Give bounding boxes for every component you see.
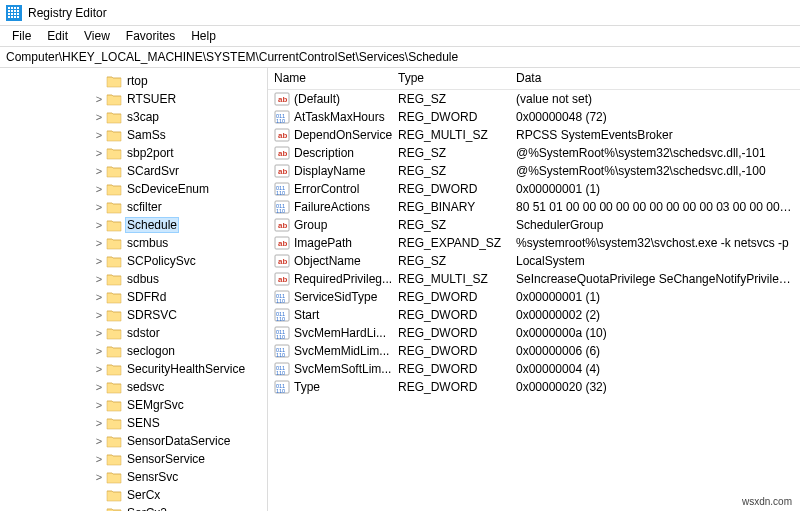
value-data: (value not set) <box>510 92 800 106</box>
value-name-cell: (Default) <box>268 91 392 107</box>
tree-item[interactable]: >RTSUER <box>0 90 267 108</box>
value-data: 0x00000001 (1) <box>510 182 800 196</box>
folder-icon <box>106 488 122 502</box>
tree-item[interactable]: SerCx <box>0 486 267 504</box>
folder-icon <box>106 308 122 322</box>
value-type: REG_SZ <box>392 218 510 232</box>
list-row[interactable]: SvcMemHardLi...REG_DWORD0x0000000a (10) <box>268 324 800 342</box>
expander-icon[interactable]: > <box>92 237 106 249</box>
expander-icon[interactable]: > <box>92 417 106 429</box>
expander-icon[interactable]: > <box>92 129 106 141</box>
menu-edit[interactable]: Edit <box>39 28 76 44</box>
folder-icon <box>106 506 122 511</box>
list-row[interactable]: StartREG_DWORD0x00000002 (2) <box>268 306 800 324</box>
tree-item[interactable]: >SDRSVC <box>0 306 267 324</box>
folder-icon <box>106 272 122 286</box>
svg-rect-7 <box>14 10 16 12</box>
tree-panel: rtop>RTSUER>s3cap>SamSs>sbp2port>SCardSv… <box>0 68 268 511</box>
value-type: REG_SZ <box>392 146 510 160</box>
expander-icon[interactable]: > <box>92 327 106 339</box>
tree-item[interactable]: >SCPolicySvc <box>0 252 267 270</box>
column-type[interactable]: Type <box>392 68 510 89</box>
tree-item[interactable]: >s3cap <box>0 108 267 126</box>
menu-favorites[interactable]: Favorites <box>118 28 183 44</box>
expander-icon[interactable]: > <box>92 165 106 177</box>
value-name-cell: SvcMemMidLim... <box>268 343 392 359</box>
tree-item[interactable]: >Schedule <box>0 216 267 234</box>
list-row[interactable]: SvcMemMidLim...REG_DWORD0x00000006 (6) <box>268 342 800 360</box>
expander-icon[interactable]: > <box>92 399 106 411</box>
list-row[interactable]: DependOnServiceREG_MULTI_SZRPCSS SystemE… <box>268 126 800 144</box>
list-row[interactable]: DisplayNameREG_SZ@%SystemRoot%\system32\… <box>268 162 800 180</box>
list-row[interactable]: DescriptionREG_SZ@%SystemRoot%\system32\… <box>268 144 800 162</box>
tree-item[interactable]: >SamSs <box>0 126 267 144</box>
expander-icon[interactable]: > <box>92 93 106 105</box>
tree-item[interactable]: >SDFRd <box>0 288 267 306</box>
tree-item[interactable]: >sdbus <box>0 270 267 288</box>
tree-item[interactable]: >sdstor <box>0 324 267 342</box>
expander-icon[interactable]: > <box>92 309 106 321</box>
expander-icon[interactable]: > <box>92 147 106 159</box>
tree-item-label: SDFRd <box>125 290 168 304</box>
list-row[interactable]: ImagePathREG_EXPAND_SZ%systemroot%\syste… <box>268 234 800 252</box>
tree-item[interactable]: >sedsvc <box>0 378 267 396</box>
folder-icon <box>106 146 122 160</box>
list-row[interactable]: SvcMemSoftLim...REG_DWORD0x00000004 (4) <box>268 360 800 378</box>
expander-icon[interactable]: > <box>92 111 106 123</box>
tree-item-label: SensrSvc <box>125 470 180 484</box>
address-bar[interactable]: Computer\HKEY_LOCAL_MACHINE\SYSTEM\Curre… <box>0 46 800 68</box>
expander-icon[interactable]: > <box>92 345 106 357</box>
tree-item[interactable]: >SCardSvr <box>0 162 267 180</box>
tree-item[interactable]: >ScDeviceEnum <box>0 180 267 198</box>
svg-rect-4 <box>17 7 19 9</box>
list-body[interactable]: (Default)REG_SZ(value not set)AtTaskMaxH… <box>268 90 800 511</box>
tree-item[interactable]: >seclogon <box>0 342 267 360</box>
list-row[interactable]: AtTaskMaxHoursREG_DWORD0x00000048 (72) <box>268 108 800 126</box>
list-row[interactable]: GroupREG_SZSchedulerGroup <box>268 216 800 234</box>
tree-item[interactable]: SerCx2 <box>0 504 267 511</box>
expander-icon[interactable]: > <box>92 435 106 447</box>
tree-item-label: SerCx2 <box>125 506 169 511</box>
expander-icon[interactable]: > <box>92 273 106 285</box>
tree-item[interactable]: >SensorDataService <box>0 432 267 450</box>
expander-icon[interactable]: > <box>92 201 106 213</box>
list-row[interactable]: ObjectNameREG_SZLocalSystem <box>268 252 800 270</box>
tree-item[interactable]: >SENS <box>0 414 267 432</box>
tree-item-label: scfilter <box>125 200 164 214</box>
folder-icon <box>106 416 122 430</box>
expander-icon[interactable]: > <box>92 363 106 375</box>
expander-icon[interactable]: > <box>92 183 106 195</box>
list-row[interactable]: RequiredPrivileg...REG_MULTI_SZSeIncreas… <box>268 270 800 288</box>
tree-item-label: s3cap <box>125 110 161 124</box>
list-row[interactable]: ServiceSidTypeREG_DWORD0x00000001 (1) <box>268 288 800 306</box>
menu-view[interactable]: View <box>76 28 118 44</box>
list-row[interactable]: (Default)REG_SZ(value not set) <box>268 90 800 108</box>
tree-item[interactable]: >SensorService <box>0 450 267 468</box>
menu-file[interactable]: File <box>4 28 39 44</box>
string-value-icon <box>274 145 290 161</box>
list-row[interactable]: TypeREG_DWORD0x00000020 (32) <box>268 378 800 396</box>
folder-icon <box>106 398 122 412</box>
tree-item[interactable]: rtop <box>0 72 267 90</box>
tree-item[interactable]: >SensrSvc <box>0 468 267 486</box>
string-value-icon <box>274 163 290 179</box>
list-row[interactable]: FailureActionsREG_BINARY80 51 01 00 00 0… <box>268 198 800 216</box>
tree-scroll[interactable]: rtop>RTSUER>s3cap>SamSs>sbp2port>SCardSv… <box>0 72 267 511</box>
expander-icon[interactable]: > <box>92 453 106 465</box>
value-name: (Default) <box>294 92 340 106</box>
tree-item[interactable]: >SEMgrSvc <box>0 396 267 414</box>
tree-item[interactable]: >sbp2port <box>0 144 267 162</box>
value-type: REG_DWORD <box>392 326 510 340</box>
expander-icon[interactable]: > <box>92 219 106 231</box>
tree-item[interactable]: >SecurityHealthService <box>0 360 267 378</box>
tree-item[interactable]: >scmbus <box>0 234 267 252</box>
expander-icon[interactable]: > <box>92 291 106 303</box>
column-name[interactable]: Name <box>268 68 392 89</box>
expander-icon[interactable]: > <box>92 255 106 267</box>
expander-icon[interactable]: > <box>92 381 106 393</box>
menu-help[interactable]: Help <box>183 28 224 44</box>
list-row[interactable]: ErrorControlREG_DWORD0x00000001 (1) <box>268 180 800 198</box>
expander-icon[interactable]: > <box>92 471 106 483</box>
column-data[interactable]: Data <box>510 68 800 89</box>
tree-item[interactable]: >scfilter <box>0 198 267 216</box>
